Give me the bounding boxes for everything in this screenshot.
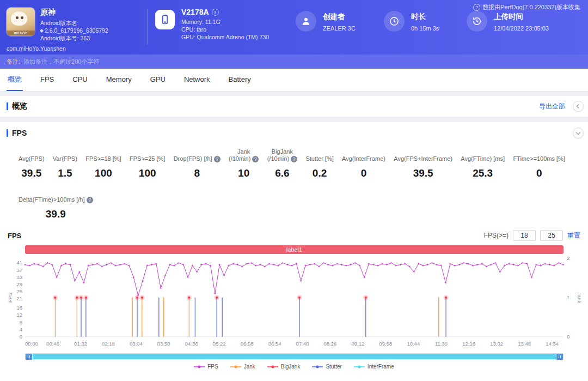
upload-value: 12/04/2022 23:05:03 [494,25,549,32]
fps-metrics-row2: Delta(FTime)>100ms [/h]? 39.9 [0,179,588,220]
svg-text:03:50: 03:50 [157,341,170,347]
legend-marker-icon [354,365,365,369]
upload-label: 上传时间 [494,12,549,22]
svg-text:08:26: 08:26 [324,341,337,347]
device-info-icon[interactable]: i [212,9,219,16]
svg-text:4: 4 [20,326,22,332]
fps-chart: 0481216212529333741012FPSJank00:0000:460… [7,255,581,351]
legend-item-stutter[interactable]: Stutter [312,364,341,370]
svg-text:09:58: 09:58 [379,341,392,347]
chevron-down-icon [576,130,580,135]
svg-text:06:54: 06:54 [268,341,281,347]
chart-horizontal-scrollbar[interactable] [25,353,564,360]
legend-item-interframe[interactable]: InterFrame [354,364,394,370]
svg-text:12:16: 12:16 [462,341,475,347]
fps-threshold-low-input[interactable] [513,230,536,241]
tab-Memory[interactable]: Memory [105,69,133,91]
metric-label: Avg(FPS) [19,147,44,162]
tab-GPU[interactable]: GPU [149,69,167,91]
metric-stutter-: Stutter [%]0.2 [305,147,333,179]
note-bar[interactable]: 备注: 添加备注，不超过200个字符 [0,55,588,69]
metric-value: 1.5 [58,167,72,179]
chart-label-banner: label1 [25,245,564,254]
scrollbar-thumb[interactable] [33,354,556,359]
legend-label: Jank [244,364,255,370]
device-gpu: GPU: Qualcomm Adreno (TM) 730 [181,33,269,41]
metric-value: 0 [536,167,542,179]
fps-threshold-label: FPS(>=) [484,232,509,239]
legend-label: Stutter [326,364,341,370]
tab-CPU[interactable]: CPU [71,69,88,91]
legend-marker-icon [194,365,205,369]
svg-text:0: 0 [20,334,22,340]
fps-chart-header: FPS FPS(>=) 重置 [0,220,588,241]
metric-label: Avg(InterFrame) [342,147,385,162]
svg-text:21: 21 [16,295,22,301]
fps-threshold-high-input[interactable] [540,230,563,241]
device-cpu: CPU: taro [181,26,269,33]
scrollbar-left-handle[interactable] [26,354,32,360]
metric-value: 100 [139,167,156,179]
svg-text:33: 33 [16,274,22,280]
report-header: ? 数据由PerfDog(7.0.220332)版本收集 miHoYo 原神 A… [0,0,588,55]
collect-version-text: 数据由PerfDog(7.0.220332)版本收集 [482,3,580,11]
game-app-icon: miHoYo [7,8,35,36]
metric-avg-ftime-ms-: Avg(FTime) [ms]25.3 [461,147,505,179]
fps-collapse-button[interactable] [573,128,584,138]
svg-text:1: 1 [567,294,569,300]
svg-text:12: 12 [16,312,22,318]
metric-value: 39.5 [413,167,433,179]
tab-概览[interactable]: 概览 [7,69,23,91]
legend-marker-icon [230,365,241,369]
metric-value: 0 [361,167,367,179]
help-icon[interactable]: ? [214,156,220,162]
metric-bigjank: BigJank(/10min)?6.6 [267,147,297,179]
metric-drop-fps-h-: Drop(FPS) [/h]?8 [174,147,220,179]
metric-label: Jank(/10min)? [229,147,259,162]
android-version-value: 2.6.0_6179196_6305792 [45,27,108,34]
tab-Network[interactable]: Network [183,69,211,91]
svg-text:37: 37 [16,267,22,273]
metric-label: BigJank(/10min)? [267,147,297,162]
header-divider [147,9,148,45]
export-all-link[interactable]: 导出全部 [539,102,565,111]
legend-item-bigjank[interactable]: BigJank [267,364,301,370]
svg-text:8: 8 [20,319,22,325]
help-icon[interactable]: ? [291,156,297,162]
metric-value: 10 [238,167,249,179]
fps-chart-svg[interactable]: 0481216212529333741012FPSJank00:0000:460… [7,255,581,349]
info-icon: ? [473,4,480,11]
package-name: com.miHoYo.Yuanshen [7,45,147,52]
metric-value: 0.2 [313,167,327,179]
legend-item-fps[interactable]: FPS [194,364,218,370]
legend-item-jank[interactable]: Jank [230,364,255,370]
app-info-block: miHoYo 原神 Android版本名: 2.6.0_6179196_6305… [7,8,147,52]
fps-section-title: FPS [7,129,27,137]
tab-Battery[interactable]: Battery [228,69,252,91]
upload-history-icon [467,11,487,32]
metric-var-fps-: Var(FPS)1.5 [53,147,77,179]
legend-marker-icon [312,365,323,369]
svg-text:09:12: 09:12 [352,341,365,347]
metric-label: Delta(FTime)>100ms [/h] [19,196,85,203]
duration-value: 0h 15m 3s [411,25,439,32]
metric-avg-interframe-: Avg(InterFrame)0 [342,147,385,179]
metric-value: 8 [194,167,200,179]
svg-text:01:32: 01:32 [74,341,87,347]
duration-label: 时长 [411,12,439,22]
collapse-panel-button[interactable] [573,101,584,112]
metric-label: FPS>=18 [%] [85,147,121,162]
help-icon[interactable]: ? [252,156,259,162]
metric-label: Avg(FPS+InterFrame) [394,147,452,162]
help-icon[interactable]: ? [87,197,93,203]
svg-text:0: 0 [567,334,569,340]
scrollbar-right-handle[interactable] [556,354,563,360]
metric-label: FPS>=25 [%] [130,147,165,162]
svg-text:06:08: 06:08 [241,341,254,347]
collect-version-note: ? 数据由PerfDog(7.0.220332)版本收集 [473,3,580,11]
svg-text:FPS: FPS [7,293,13,303]
version-bullet-icon [40,28,44,32]
tab-FPS[interactable]: FPS [39,69,55,91]
reset-link[interactable]: 重置 [567,231,580,240]
android-version-label: Android版本名: [40,19,108,27]
